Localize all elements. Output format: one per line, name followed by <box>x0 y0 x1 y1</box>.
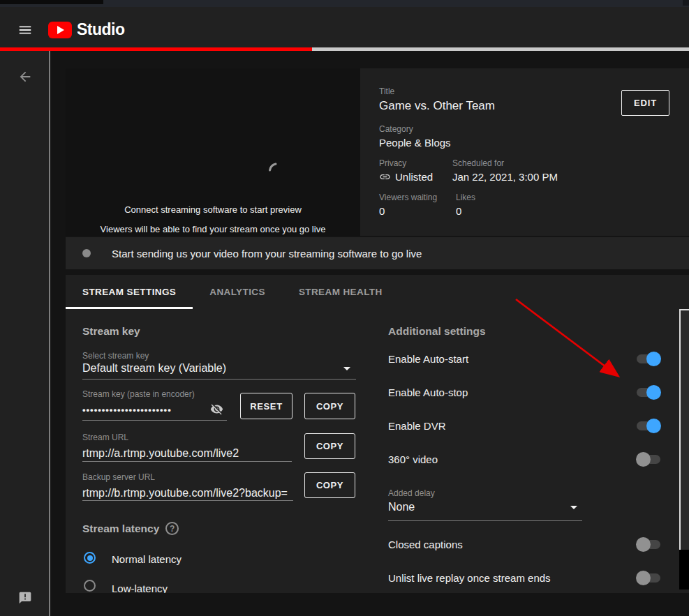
tab-analytics[interactable]: ANALYTICS <box>193 275 282 309</box>
scheduled-label: Scheduled for <box>452 158 504 168</box>
enable-auto-stop-label: Enable Auto-stop <box>388 386 468 398</box>
closed-captions-label: Closed captions <box>388 539 463 550</box>
cropped-side-window-edge <box>679 309 689 550</box>
eye-off-icon[interactable] <box>210 403 223 416</box>
chevron-down-icon[interactable] <box>570 506 577 509</box>
preview-message-secondary: Viewers will be able to find your stream… <box>66 224 360 234</box>
privacy-text: Unlisted <box>395 171 433 183</box>
stream-status-bar: Start sending us your video from your st… <box>66 237 689 269</box>
added-delay-label: Added delay <box>388 488 435 498</box>
browser-top-strip-dark-segment <box>0 0 103 4</box>
divider <box>82 379 356 380</box>
stream-title: Game vs. Other Team <box>379 99 495 113</box>
scheduled-datetime: Jan 22, 2021, 3:00 PM <box>452 171 558 183</box>
back-arrow-icon[interactable] <box>17 69 33 84</box>
stream-category: People & Blogs <box>379 137 451 149</box>
category-label: Category <box>379 124 413 134</box>
stream-info-panel: Title Game vs. Other Team EDIT Category … <box>360 68 689 236</box>
status-message: Start sending us your video from your st… <box>112 248 422 260</box>
stream-latency-title-text: Stream latency <box>82 523 159 535</box>
stream-preview-panel: Connect streaming software to start prev… <box>66 68 360 236</box>
title-label: Title <box>379 87 394 96</box>
browser-top-strip-corner <box>683 0 689 6</box>
radio-normal-latency[interactable] <box>84 552 96 564</box>
enable-auto-start-label: Enable Auto-start <box>388 353 468 365</box>
preview-message-primary: Connect streaming software to start prev… <box>66 204 360 215</box>
radio-low-latency[interactable] <box>84 580 96 592</box>
youtube-studio-logo[interactable]: Studio <box>48 20 125 39</box>
settings-tabs: STREAM SETTINGS ANALYTICS STREAM HEALTH <box>66 275 399 309</box>
youtube-studio-live-dashboard: Studio Connect streaming software to sta… <box>0 0 689 616</box>
browser-top-strip <box>0 0 689 7</box>
logo-text: Studio <box>77 20 125 39</box>
stream-key-masked-value: ••••••••••••••••••••••• <box>82 405 172 415</box>
copy-stream-url-button[interactable]: COPY <box>304 433 355 459</box>
enable-auto-start-toggle[interactable] <box>636 352 661 366</box>
closed-captions-toggle[interactable] <box>636 537 661 552</box>
radio-normal-latency-label[interactable]: Normal latency <box>112 553 181 565</box>
privacy-value: Unlisted <box>379 171 433 183</box>
backup-url-label: Backup server URL <box>82 472 155 482</box>
viewers-waiting-label: Viewers waiting <box>379 193 437 202</box>
likes-count: 0 <box>456 205 461 217</box>
copy-backup-url-button[interactable]: COPY <box>304 472 355 498</box>
divider <box>388 520 582 521</box>
divider <box>82 461 292 462</box>
stream-url-label: Stream URL <box>82 433 128 442</box>
divider <box>82 500 293 501</box>
tab-stream-settings[interactable]: STREAM SETTINGS <box>66 275 193 309</box>
tab-stream-health[interactable]: STREAM HEALTH <box>282 275 399 309</box>
menu-icon[interactable] <box>17 22 33 38</box>
stream-settings-card: STREAM SETTINGS ANALYTICS STREAM HEALTH … <box>66 275 689 593</box>
reset-stream-key-button[interactable]: RESET <box>240 393 292 419</box>
backup-url-value: rtmp://b.rtmp.youtube.com/live2?backup= <box>82 487 288 499</box>
added-delay-value[interactable]: None <box>388 501 415 513</box>
question-circle-icon[interactable]: ? <box>165 522 179 535</box>
viewers-waiting-count: 0 <box>379 205 385 217</box>
unlist-live-replay-label: Unlist live replay once stream ends <box>388 572 551 584</box>
divider <box>82 420 227 421</box>
unlist-live-replay-toggle[interactable] <box>636 571 661 585</box>
stream-latency-section-title: Stream latency ? <box>82 522 179 535</box>
enable-dvr-label: Enable DVR <box>388 420 446 432</box>
stream-key-section-title: Stream key <box>82 325 140 338</box>
status-dot-icon <box>82 249 91 257</box>
stream-url-value: rtmp://a.rtmp.youtube.com/live2 <box>82 447 239 460</box>
edit-button[interactable]: EDIT <box>621 90 669 116</box>
collapsed-sidebar <box>0 51 50 616</box>
360-video-label: 360° video <box>388 453 438 465</box>
stream-key-field-label: Stream key (paste in encoder) <box>82 389 195 399</box>
loading-arc-icon <box>267 162 286 184</box>
likes-label: Likes <box>456 193 475 202</box>
360-video-toggle[interactable] <box>636 452 661 467</box>
privacy-label: Privacy <box>379 158 406 168</box>
cropped-side-window-black-block <box>679 550 689 589</box>
feedback-icon[interactable] <box>18 591 32 605</box>
chevron-down-icon[interactable] <box>343 367 350 370</box>
enable-auto-stop-toggle[interactable] <box>636 385 661 400</box>
youtube-play-icon <box>48 22 72 38</box>
copy-stream-key-button[interactable]: COPY <box>304 393 355 419</box>
enable-dvr-toggle[interactable] <box>636 419 661 433</box>
radio-low-latency-label[interactable]: Low-latency <box>112 583 168 593</box>
chain-link-icon <box>379 171 391 183</box>
select-stream-key-label: Select stream key <box>82 351 149 361</box>
select-stream-key-value[interactable]: Default stream key (Variable) <box>82 362 226 375</box>
additional-settings-title: Additional settings <box>388 325 486 338</box>
